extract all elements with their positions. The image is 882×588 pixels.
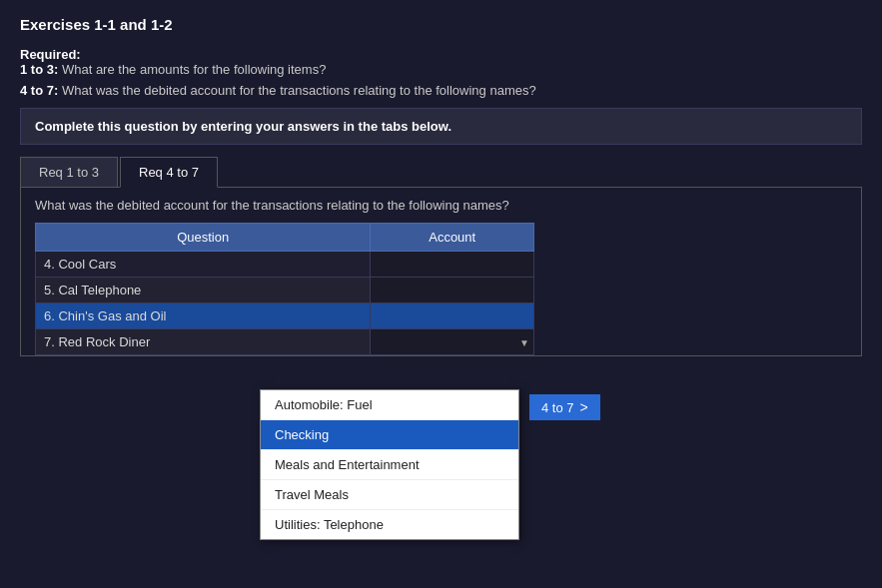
tabs-container: Req 1 to 3 Req 4 to 7 [20, 157, 862, 188]
data-table: Question Account 4. Cool Cars 5. Cal Tel… [35, 223, 534, 355]
row3-question: 6. Chin's Gas and Oil [36, 303, 371, 329]
row2-answer[interactable] [371, 278, 534, 303]
col-header-question: Question [36, 224, 371, 252]
required-label: Required: [20, 47, 81, 62]
dropdown-item-meals-entertainment[interactable]: Meals and Entertainment [261, 450, 518, 480]
req2-block: 4 to 7: What was the debited account for… [20, 83, 862, 98]
instruction-box: Complete this question by entering your … [20, 108, 862, 145]
page-title: Exercises 1-1 and 1-2 [20, 16, 862, 33]
tab-content: What was the debited account for the tra… [20, 188, 862, 356]
tab-req1to3[interactable]: Req 1 to 3 [20, 157, 118, 187]
tab-req4to7[interactable]: Req 4 to 7 [120, 157, 218, 188]
req1-text: What are the amounts for the following i… [62, 62, 326, 77]
table-row: 5. Cal Telephone [36, 278, 534, 303]
req2-text: What was the debited account for the tra… [62, 83, 536, 98]
dropdown-arrow-icon: ▼ [519, 336, 529, 347]
table-row: 4. Cool Cars [36, 252, 534, 278]
req2-prefix: 4 to 7: [20, 83, 58, 98]
dropdown-item-fuel[interactable]: Automobile: Fuel [261, 390, 518, 420]
req1-prefix: 1 to 3: [20, 62, 58, 77]
row1-question: 4. Cool Cars [36, 252, 371, 278]
col-header-account: Account [371, 224, 534, 252]
table-row: 7. Red Rock Diner ▼ [36, 329, 534, 355]
page-container: Exercises 1-1 and 1-2 Required: 1 to 3: … [0, 0, 882, 372]
dropdown-menu: Automobile: Fuel Checking Meals and Ente… [260, 389, 519, 540]
next-nav-button[interactable]: 4 to 7 > [529, 394, 600, 420]
row4-answer[interactable]: ▼ [371, 329, 534, 355]
req1-block: Required: 1 to 3: What are the amounts f… [20, 47, 862, 77]
nav-arrow-icon: > [580, 399, 588, 415]
dropdown-item-utilities[interactable]: Utilities: Telephone [261, 510, 518, 539]
tab-question: What was the debited account for the tra… [35, 198, 847, 213]
instruction-text: Complete this question by entering your … [35, 119, 451, 134]
required-section: Required: 1 to 3: What are the amounts f… [20, 47, 862, 98]
dropdown-item-travel-meals[interactable]: Travel Meals [261, 480, 518, 510]
row2-question: 5. Cal Telephone [36, 278, 371, 303]
dropdown-item-checking[interactable]: Checking [261, 420, 518, 450]
table-row: 6. Chin's Gas and Oil [36, 303, 534, 329]
row1-answer[interactable] [371, 252, 534, 278]
row3-answer[interactable] [371, 303, 534, 329]
nav-label: 4 to 7 [541, 400, 574, 415]
row4-question: 7. Red Rock Diner [36, 329, 371, 355]
